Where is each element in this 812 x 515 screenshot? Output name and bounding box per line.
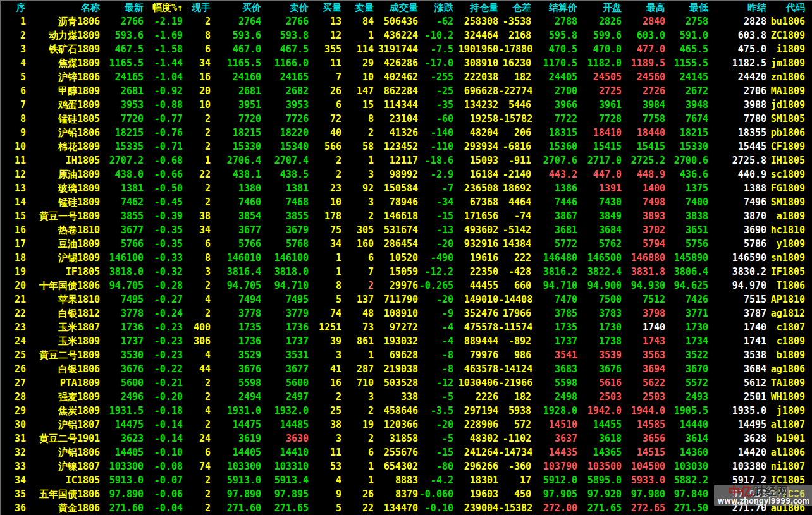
table-row[interactable]: 19IF18053818.0-0.3233816.43818.01715059-…: [1, 265, 812, 279]
column-header-oid[interactable]: 仓差: [498, 1, 531, 15]
cell-settle: 3867: [531, 209, 577, 223]
column-header-name[interactable]: 名称: [26, 1, 100, 15]
table-row[interactable]: 26白银18063676-0.22443676367741287219038-8…: [1, 362, 812, 376]
cell-low: 5756: [665, 237, 708, 251]
table-row[interactable]: 1沥青18062766-2.192276427661384506436-6225…: [1, 15, 812, 28]
cell-bv: 16: [309, 376, 341, 390]
cell-chg: -35: [418, 98, 453, 112]
column-header-code[interactable]: 代码: [766, 1, 812, 15]
cell-low: 7674: [665, 112, 708, 126]
cell-name: 沪锌1806: [26, 70, 100, 84]
cell-oid: 182: [498, 390, 531, 404]
table-row[interactable]: 15黄豆一号18093855-0.3938385438551782146618-…: [1, 209, 812, 223]
table-row[interactable]: 9沪铅180618215-0.762182151822040241326-140…: [1, 126, 812, 140]
cell-low: 1730: [665, 320, 708, 334]
cell-low: 3806.4: [665, 265, 708, 279]
table-row[interactable]: 20十年国债180694.705-0.28294.70594.710822997…: [1, 279, 812, 293]
cell-av: 3: [341, 390, 374, 404]
cell-av: 2: [341, 432, 374, 445]
cell-oi: 19616: [453, 251, 498, 265]
column-header-last[interactable]: 最新: [100, 1, 144, 15]
cell-settle: 3681: [531, 223, 577, 237]
table-row[interactable]: 31黄豆二号19013623-0.1424361936303231858-548…: [1, 432, 812, 445]
column-header-bid[interactable]: 买价: [211, 1, 261, 15]
column-header-oi[interactable]: 持仓量: [453, 1, 498, 15]
cell-bv: 1: [309, 251, 341, 265]
cell-av: 1: [341, 459, 374, 473]
cell-bv: 355: [309, 42, 341, 56]
table-row[interactable]: 32沪铝180614405-0.1061440514410116255676-1…: [1, 445, 812, 459]
table-row[interactable]: 7鸡蛋18093953-0.881039513953615114344-3513…: [1, 98, 812, 112]
column-header-chg[interactable]: 涨跌: [418, 1, 453, 15]
table-row[interactable]: 5沪锌180624165-1.04162416024165710402462-2…: [1, 70, 812, 84]
column-header-open[interactable]: 开盘: [577, 1, 622, 15]
cell-oi: 352476: [453, 306, 498, 320]
cell-open: 3618: [577, 432, 622, 445]
cell-seq: 26: [1, 362, 26, 376]
table-row[interactable]: 23玉米18071736-0.234001735173612517397272-…: [1, 320, 812, 334]
table-row[interactable]: 6甲醇18092681-0.92202681268226147862284-25…: [1, 84, 812, 98]
column-header-cur[interactable]: 现手: [183, 1, 211, 15]
table-row[interactable]: 22白银18123778-0.242377837797448108910-935…: [1, 306, 812, 320]
cell-cur: 20: [183, 84, 211, 98]
cell-bv: 72: [309, 112, 341, 126]
cell-seq: 20: [1, 279, 26, 293]
cell-oid: -74: [498, 209, 531, 223]
cell-code: SM1809: [766, 195, 812, 209]
cell-oi: 228906: [453, 418, 498, 432]
table-row[interactable]: 27PTA18095600-0.2125598560016710503528-1…: [1, 376, 812, 390]
table-row[interactable]: 13玻璃18091381-0.502138013812392150584-723…: [1, 181, 812, 195]
cell-av: 26: [341, 487, 374, 501]
column-header-pct[interactable]: 幅度%↑: [144, 1, 183, 15]
cell-oid: -22774: [498, 84, 531, 98]
table-row[interactable]: 35五年国债180697.890-0.06297.89097.895926837…: [1, 487, 812, 501]
table-row[interactable]: 8锰硅18057720-0.7727720772672823104-601925…: [1, 112, 812, 126]
table-row[interactable]: 4焦煤18091165.5-1.44341165.51166.011294262…: [1, 56, 812, 70]
cell-open: 1391: [577, 181, 622, 195]
cell-cur: 2: [183, 140, 211, 154]
table-row[interactable]: 28强麦18092496-0.2022494249723338-52226182…: [1, 390, 812, 404]
table-row[interactable]: 36黄金1806271.60-0.042271.60271.6552213447…: [1, 501, 812, 515]
table-row[interactable]: 24玉米18091737-0.233061736173739861193032-…: [1, 334, 812, 348]
column-header-ask[interactable]: 卖价: [261, 1, 309, 15]
column-header-prev[interactable]: 昨结: [708, 1, 766, 15]
cell-chg: -10.2: [418, 28, 453, 42]
cell-oi: 149010: [453, 293, 498, 306]
table-row[interactable]: 21苹果18107495-0.274749474955137711790-201…: [1, 293, 812, 306]
table-row[interactable]: 2动力煤1809593.6-1.698593.6593.8121436224-1…: [1, 28, 812, 42]
column-header-seq[interactable]: 序: [1, 1, 26, 15]
cell-ask: 146100: [261, 251, 309, 265]
cell-seq: 3: [1, 42, 26, 56]
table-row[interactable]: 29焦炭18091931.5-0.1841931.01932.025245864…: [1, 404, 812, 418]
cell-bv: 25: [309, 404, 341, 418]
table-row[interactable]: 18沪锡1809146100-0.3381460101461001610520-…: [1, 251, 812, 265]
table-row[interactable]: 34IC18055913.0-0.0725913.05913.4418883-4…: [1, 473, 812, 487]
column-header-vol[interactable]: 成交量: [374, 1, 418, 15]
column-header-low[interactable]: 最低: [665, 1, 708, 15]
table-row[interactable]: 11IH18052707.2-0.6812706.42707.42112117-…: [1, 154, 812, 167]
table-row[interactable]: 3铁矿石1809467.5-1.586467.0467.535511431917…: [1, 42, 812, 56]
table-row[interactable]: 25黄豆二号18093530-0.234352935313169628-8799…: [1, 348, 812, 362]
cell-bid: 7460: [211, 195, 261, 209]
table-row[interactable]: 30沪铝180714475-0.14214475144853819120366-…: [1, 418, 812, 432]
cell-bid: 146010: [211, 251, 261, 265]
table-row[interactable]: 17豆油18095766-0.3565766576834160286454-20…: [1, 237, 812, 251]
cell-oid: -11574: [498, 320, 531, 334]
table-row[interactable]: 33沪镍1807103300-0.08741033001033105316543…: [1, 459, 812, 473]
cell-chg: -4.2: [418, 473, 453, 487]
column-header-settle[interactable]: 结算价: [531, 1, 577, 15]
cell-bid: 1165.5: [211, 56, 261, 70]
cell-av: 22: [341, 501, 374, 515]
column-header-high[interactable]: 最高: [622, 1, 665, 15]
column-header-av[interactable]: 卖量: [341, 1, 374, 15]
table-row[interactable]: 12原油1809438.0-0.6622438.1438.52398992-2.…: [1, 167, 812, 181]
table-row[interactable]: 14锰硅18097462-0.4527460746810378946-34673…: [1, 195, 812, 209]
cell-chg: -2.9: [418, 167, 453, 181]
cell-prev: 146590: [708, 251, 766, 265]
table-row[interactable]: 16热卷18103677-0.35343677367975305531674-1…: [1, 223, 812, 237]
cell-name: PTA1809: [26, 376, 100, 390]
cell-name: 沪锡1809: [26, 251, 100, 265]
column-header-bv[interactable]: 买量: [309, 1, 341, 15]
cell-prev: 3690: [708, 223, 766, 237]
table-row[interactable]: 10棉花180915335-0.712153301534056658123452…: [1, 140, 812, 154]
